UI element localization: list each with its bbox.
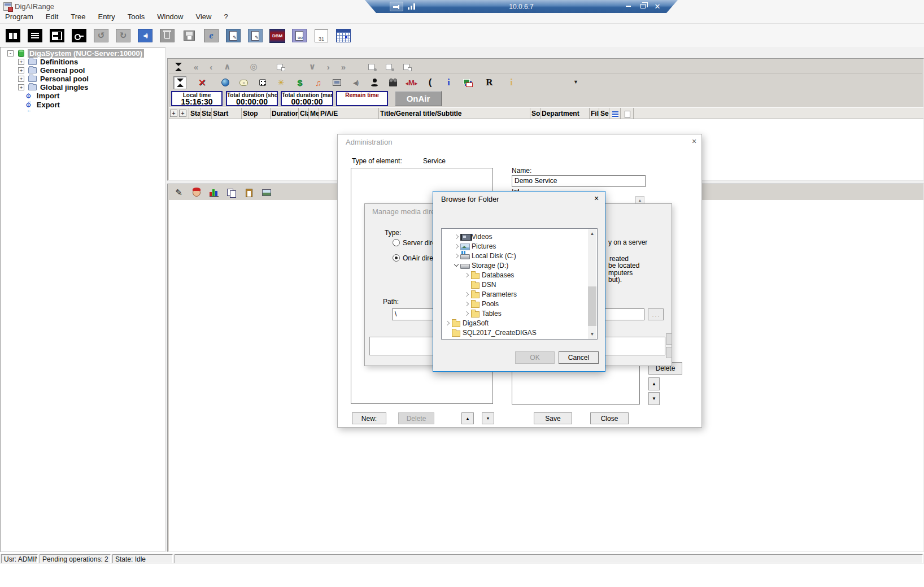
tree-root-row[interactable]: - DigaSystem (NUC-Server:10000)	[7, 49, 144, 58]
tree-item-dsn[interactable]: DSN	[442, 280, 597, 289]
marker-icon[interactable]: ◂M▸	[405, 76, 418, 89]
tree-item-pictures[interactable]: Pictures	[442, 241, 597, 251]
mini-up-button[interactable]: ▲	[461, 412, 474, 424]
move-up-button[interactable]: ▲	[648, 377, 660, 390]
rdp-minimize-button[interactable]	[621, 0, 635, 12]
column-title[interactable]: Title/General title/Subtitle	[379, 108, 530, 119]
column-me[interactable]: Me	[309, 108, 319, 119]
tree-item-digasoft[interactable]: DigaSoft	[442, 318, 597, 328]
expand-icon[interactable]: +	[18, 67, 24, 73]
insert-widget-3-icon[interactable]	[403, 64, 409, 70]
jump-current-pressed-icon[interactable]	[173, 76, 186, 89]
tree-item-label[interactable]: Personal pool	[40, 75, 89, 83]
chevron-right-icon[interactable]	[453, 241, 460, 251]
record-target-icon[interactable]: ◎	[250, 62, 258, 72]
chevron-right-icon[interactable]	[463, 299, 470, 308]
jump-current-icon[interactable]	[175, 63, 182, 71]
rdp-close-button[interactable]: ✕	[651, 0, 664, 12]
column-stop[interactable]: Stop	[242, 108, 271, 119]
info-tan-icon[interactable]: i	[505, 76, 518, 89]
delete-button[interactable]: Delete	[398, 412, 434, 424]
joystick-icon[interactable]	[368, 76, 381, 89]
tree-item-label[interactable]: Global jingles	[40, 83, 88, 92]
column-department[interactable]: Department	[541, 108, 590, 119]
tree-scrollbar[interactable]: ▲ ▼	[588, 229, 596, 339]
skip-forward-icon[interactable]: »	[341, 62, 346, 72]
screen-icon[interactable]	[330, 76, 343, 89]
column-se[interactable]: Se	[599, 108, 609, 119]
chart-icon[interactable]	[207, 186, 220, 199]
expand-all-button[interactable]: +	[170, 110, 177, 117]
tree-item-videos[interactable]: Videos	[442, 232, 597, 241]
tree-item-label[interactable]: Pictures	[472, 242, 496, 250]
menu-help[interactable]: ?	[224, 12, 228, 23]
scroll-thumb[interactable]	[588, 286, 596, 326]
column-cla[interactable]: Cla	[299, 108, 309, 119]
edit-entry-icon[interactable]: ✎	[225, 28, 242, 44]
rdp-connection-bar[interactable]: 10.0.6.7 ✕	[365, 0, 678, 13]
collapse-expander-icon[interactable]: -	[7, 50, 14, 56]
speaker-icon[interactable]: ◀)	[137, 28, 154, 44]
tree-item-label[interactable]: Tables	[482, 310, 502, 318]
scroll-down-icon[interactable]: ▼	[588, 330, 596, 339]
tree-item-label[interactable]: DSN	[482, 281, 496, 289]
tree-item-databases[interactable]: Databases	[442, 270, 597, 280]
chevron-right-icon[interactable]	[463, 270, 470, 280]
column-duration[interactable]: Duration	[271, 108, 299, 119]
column-sta-1[interactable]: Sta	[189, 108, 201, 119]
chevron-right-icon[interactable]	[463, 289, 470, 299]
menu-entry[interactable]: Entry	[98, 12, 115, 23]
chevron-right-icon[interactable]	[463, 308, 470, 318]
move-down-icon[interactable]: ∨	[309, 62, 316, 72]
insert-widget-2-icon[interactable]	[386, 64, 392, 70]
column-sta-2[interactable]: Sta	[201, 108, 212, 119]
tree-item-import[interactable]: ⚙→ Import	[25, 92, 59, 100]
money-icon[interactable]: $	[293, 76, 306, 89]
expand-icon[interactable]: +	[18, 76, 24, 82]
tree-item-export[interactable]: ⚙← Export	[25, 101, 60, 109]
tree-item-label[interactable]: Storage (D:)	[472, 262, 508, 269]
tree-item-label[interactable]: Parameters	[482, 290, 517, 298]
close-icon[interactable]: ×	[590, 194, 603, 203]
scroll-up-icon[interactable]: ▲	[588, 229, 596, 238]
effects-icon[interactable]: ✳	[274, 76, 287, 89]
edit-entry-alt-icon[interactable]: ✎	[247, 28, 264, 44]
calendar-icon[interactable]: 31	[313, 28, 330, 44]
insert-widget-1-icon[interactable]	[368, 64, 374, 70]
tree-item-label[interactable]: Definitions	[40, 58, 78, 66]
tree-item-local-disk-c[interactable]: Local Disk (C:)	[442, 251, 597, 260]
onair-button[interactable]: OnAir	[395, 91, 442, 106]
film-icon[interactable]	[386, 76, 399, 89]
mini-down-button[interactable]: ▼	[482, 412, 494, 424]
expand-icon[interactable]: +	[18, 84, 24, 90]
dbm-icon[interactable]: DBM	[269, 28, 286, 44]
dialog-title[interactable]: Browse for Folder	[441, 195, 499, 203]
save-button[interactable]: Save	[534, 412, 572, 424]
chevron-right-icon[interactable]	[444, 318, 451, 328]
chevron-right-icon[interactable]	[453, 232, 460, 241]
skip-back-icon[interactable]: «	[194, 62, 198, 72]
music-icon[interactable]: ♫	[312, 76, 325, 89]
column-sort-icon[interactable]	[609, 108, 621, 119]
new-button[interactable]: New:	[352, 412, 386, 424]
menu-window[interactable]: Window	[157, 12, 183, 23]
tree-item-global-jingles[interactable]: + Global jingles	[18, 83, 88, 92]
delete-x-icon[interactable]: ✕	[195, 76, 208, 89]
move-down-button[interactable]: ▼	[648, 392, 660, 405]
tree-item-label[interactable]: Export	[37, 101, 60, 109]
onair-directory-radio[interactable]	[393, 254, 400, 262]
chevron-down-icon[interactable]	[453, 260, 460, 270]
copy-icon[interactable]	[225, 186, 238, 199]
tree-item-label[interactable]: SQL2017_CreateDIGAS	[463, 329, 537, 337]
tree-item-general-pool[interactable]: + General pool	[18, 66, 85, 75]
save-icon[interactable]	[181, 28, 198, 44]
expand-icon[interactable]: +	[18, 59, 24, 65]
tree-item-parameters[interactable]: Parameters	[442, 289, 597, 299]
table-grid-icon[interactable]	[335, 28, 352, 44]
column-doc-icon[interactable]	[621, 108, 634, 119]
column-so[interactable]: So	[530, 108, 541, 119]
menu-edit[interactable]: Edit	[46, 12, 58, 23]
clipped-button-2[interactable]	[666, 347, 672, 358]
chevron-right-icon[interactable]	[453, 251, 460, 260]
menu-view[interactable]: View	[195, 12, 211, 23]
